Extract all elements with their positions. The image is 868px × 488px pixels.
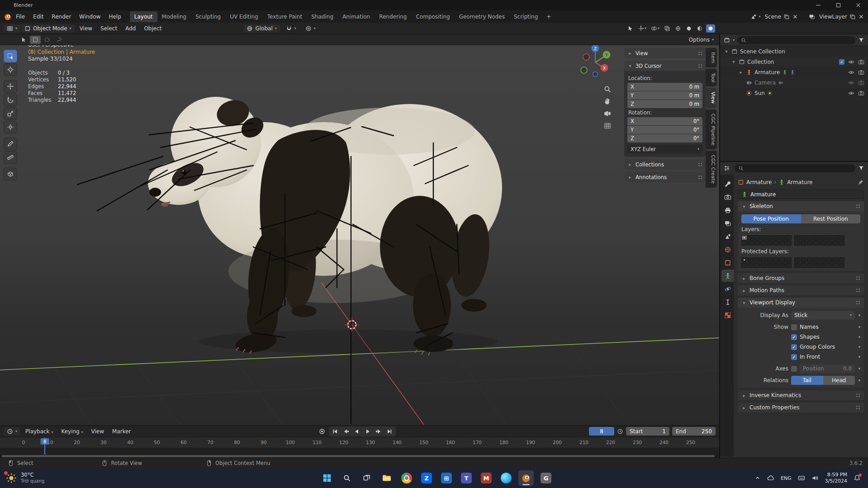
play-button[interactable]	[362, 427, 373, 436]
taskbar-app-edge[interactable]	[498, 470, 514, 486]
layer-cell[interactable]	[779, 257, 785, 262]
display-as-dropdown[interactable]: Stick ▾	[791, 311, 855, 320]
remove-viewlayer-icon[interactable]	[858, 14, 864, 20]
layer-cell[interactable]	[767, 235, 773, 240]
filter-icon[interactable]	[858, 165, 864, 171]
taskbar-app-search[interactable]	[339, 470, 355, 486]
clock-widget[interactable]: 8:59 PM 3/5/2024	[825, 472, 847, 485]
viewlayer-name[interactable]: ViewLayer	[819, 14, 847, 20]
navigation-gizmo[interactable]: Z Y X	[578, 43, 613, 78]
disable-render-camera-icon[interactable]	[858, 69, 864, 76]
menu-render[interactable]: Render	[47, 12, 75, 22]
timeline-track[interactable]	[0, 448, 719, 455]
panel-motion-paths[interactable]: ▸Motion Paths	[738, 285, 864, 295]
layer-cell[interactable]	[832, 257, 838, 262]
animate-dot-icon[interactable]	[859, 336, 860, 338]
notifications-bell-icon[interactable]	[854, 474, 861, 482]
properties-search-input[interactable]	[735, 164, 855, 172]
properties-tab-object[interactable]	[721, 256, 734, 269]
layer-cell[interactable]	[748, 241, 754, 246]
layer-cell[interactable]	[807, 257, 813, 262]
cursor-location-x-field[interactable]: X0 m	[627, 83, 702, 91]
orientation-dropdown[interactable]: Global ▾	[243, 24, 280, 33]
taskbar-app-store[interactable]: ⊞	[439, 470, 454, 486]
layer-cell[interactable]	[767, 263, 773, 268]
layer-cell[interactable]	[820, 235, 825, 240]
filter-icon[interactable]	[858, 37, 864, 43]
viewport-3d[interactable]: Options ▾	[0, 34, 719, 425]
layer-cell[interactable]	[767, 257, 773, 262]
breadcrumb-object[interactable]: Armature	[746, 179, 772, 185]
outliner-row-armature[interactable]: ▸Armature	[720, 67, 868, 77]
animate-dot-icon[interactable]	[859, 326, 860, 328]
blender-logo-icon[interactable]	[4, 13, 12, 21]
chevron-right-icon[interactable]: ▸	[738, 70, 744, 75]
layer-cell[interactable]	[760, 263, 766, 268]
layer-cell[interactable]	[820, 241, 825, 246]
hide-eye-icon[interactable]	[848, 90, 854, 96]
in-front-checkbox[interactable]: ✓	[791, 354, 797, 360]
disable-render-camera-icon[interactable]	[858, 59, 864, 65]
unlink-scene-icon[interactable]	[792, 14, 798, 20]
n-panel-tab-tool[interactable]: Tool	[706, 69, 717, 86]
viewlayer-button[interactable]	[807, 13, 817, 21]
layer-cell[interactable]	[839, 257, 844, 262]
tool-scale[interactable]	[4, 107, 17, 120]
layer-cell[interactable]	[760, 235, 766, 240]
workspace-tab-uv-editing[interactable]: UV Editing	[225, 11, 263, 22]
layer-cell[interactable]	[741, 235, 747, 240]
frame-start-field[interactable]: Start 1	[626, 427, 669, 436]
rest-position-button[interactable]: Rest Position	[801, 214, 861, 223]
chevron-down-icon[interactable]: ▾	[731, 59, 736, 64]
tool-select-box[interactable]	[4, 50, 17, 62]
playhead-frame-label[interactable]: 8	[41, 438, 49, 445]
layer-cell[interactable]	[760, 257, 766, 262]
taskbar-app-office[interactable]: M	[479, 470, 494, 486]
timeline-editor-button[interactable]: ▾	[4, 427, 20, 436]
layer-cell[interactable]	[839, 235, 844, 240]
layer-cell[interactable]	[767, 241, 773, 246]
n-panel-tab-item[interactable]: Item	[706, 48, 717, 67]
disable-render-camera-icon[interactable]	[858, 80, 864, 86]
properties-tab-object-data[interactable]	[721, 270, 734, 282]
taskbar-app-chrome[interactable]	[399, 470, 414, 486]
editor-type-button[interactable]: ▾	[4, 24, 20, 33]
volume-icon[interactable]	[811, 474, 819, 482]
editor-properties-icon[interactable]	[720, 162, 734, 175]
select-mode-box[interactable]	[30, 36, 41, 44]
shapes-checkbox[interactable]: ✓	[791, 334, 797, 340]
layer-cell[interactable]	[754, 263, 760, 268]
onedrive-icon[interactable]	[767, 474, 774, 482]
outliner-row-scene-collection[interactable]: ▾Scene Collection	[720, 46, 868, 57]
menu-edit[interactable]: Edit	[29, 12, 47, 22]
language-indicator[interactable]: ENG	[781, 475, 792, 481]
properties-tab-output[interactable]	[721, 204, 734, 216]
options-button[interactable]: Options ▾	[689, 37, 714, 43]
layer-cell[interactable]	[773, 263, 779, 268]
cursor-location-y-field[interactable]: Y0 m	[627, 91, 702, 99]
exclude-checkbox[interactable]: ✓	[839, 59, 844, 65]
outliner-search-input[interactable]	[737, 36, 855, 44]
n-panel-tab-cgc-pipeline[interactable]: CGC Pipeline	[706, 109, 717, 149]
workspace-tab-layout[interactable]: Layout	[130, 11, 157, 22]
pin-icon[interactable]	[858, 179, 864, 185]
layer-cell[interactable]	[773, 235, 779, 240]
taskbar-app-start[interactable]	[319, 470, 335, 486]
layer-cell[interactable]	[760, 241, 766, 246]
viewport-menu-object[interactable]: Object	[140, 24, 166, 33]
layer-cell[interactable]	[813, 263, 819, 268]
view-section[interactable]: ▸ View	[624, 48, 706, 58]
chevron-down-icon[interactable]: ▾	[724, 49, 729, 54]
play-reverse-button[interactable]	[351, 427, 362, 436]
cursor-location-z-field[interactable]: Z0 m	[627, 100, 702, 108]
shading-material-button[interactable]	[695, 24, 704, 33]
outliner-row-camera[interactable]: Camera	[720, 77, 868, 88]
layer-cell[interactable]	[820, 257, 825, 262]
layer-cell[interactable]	[801, 263, 806, 268]
names-checkbox[interactable]	[791, 324, 797, 330]
workspace-tab-scripting[interactable]: Scripting	[509, 11, 542, 22]
menu-help[interactable]: Help	[104, 12, 125, 22]
shading-rendered-button[interactable]	[706, 24, 715, 33]
workspace-tab-animation[interactable]: Animation	[338, 11, 375, 22]
jump-start-button[interactable]	[330, 427, 341, 436]
